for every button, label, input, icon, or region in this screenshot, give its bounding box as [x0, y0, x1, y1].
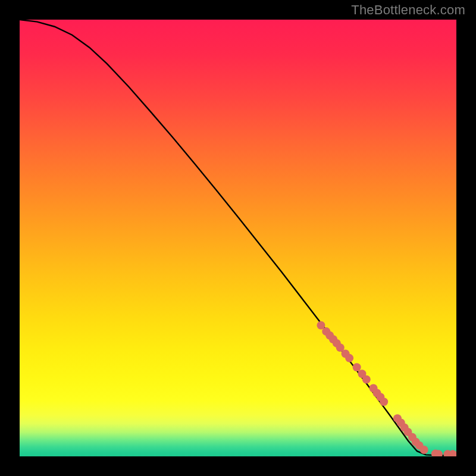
chart-plot [20, 20, 456, 456]
scatter-point [420, 446, 428, 454]
scatter-point [353, 363, 361, 371]
watermark-text: TheBottleneck.com [351, 2, 465, 18]
chart-stage: TheBottleneck.com [0, 0, 476, 476]
scatter-point [380, 397, 388, 406]
scatter-point [345, 354, 353, 362]
scatter-point [362, 375, 371, 384]
chart-background [20, 20, 456, 456]
